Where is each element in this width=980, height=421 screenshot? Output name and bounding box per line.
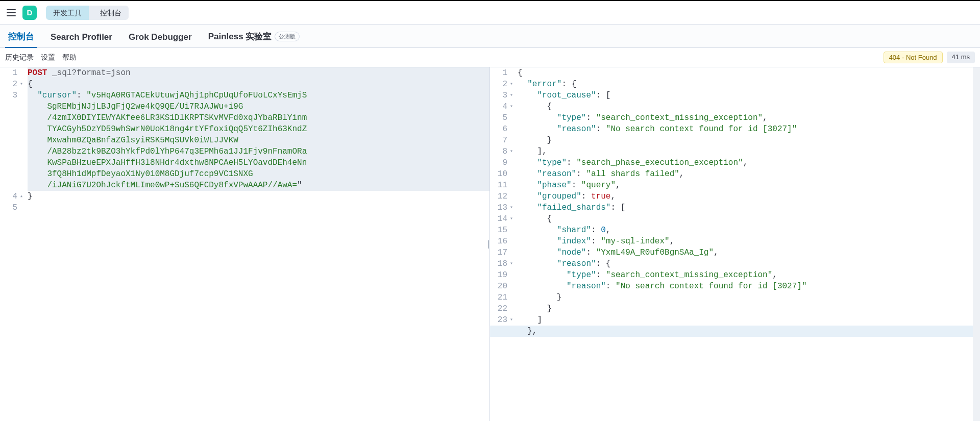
console-toolbar: 历史记录 设置 帮助 404 - Not Found 41 ms <box>0 48 980 67</box>
breadcrumb: 开发工具 控制台 <box>46 6 129 20</box>
console-workspace: 1 2 3 4 5 POST _sql?format=json { "curso… <box>0 67 980 421</box>
scrollbar-thumb[interactable] <box>973 68 979 114</box>
breadcrumb-item-devtools[interactable]: 开发工具 <box>46 6 89 20</box>
space-avatar[interactable]: D <box>22 6 37 20</box>
cursor-value-l1: "v5HqA0RGTACEkUtuwjAQhj1phCpUqUfoFUoLCxY… <box>86 91 307 100</box>
response-gutter: 123456789101112131415161718192021222324 <box>490 67 513 421</box>
breadcrumb-item-console[interactable]: 控制台 <box>89 6 129 20</box>
tab-search-profiler[interactable]: Search Profiler <box>47 27 115 47</box>
top-bar: D 开发工具 控制台 <box>0 0 980 24</box>
tab-grok-debugger[interactable]: Grok Debugger <box>126 27 195 47</box>
response-code[interactable]: { "error": { "root_cause": [ { "type": "… <box>513 67 980 337</box>
tab-console[interactable]: 控制台 <box>5 26 37 47</box>
toolbar-history-link[interactable]: 历史记录 <box>5 53 34 62</box>
request-code[interactable]: POST _sql?format=json { "cursor": "v5HqA… <box>23 67 489 213</box>
devtools-tabs: 控制台 Search Profiler Grok Debugger Painle… <box>0 24 980 48</box>
request-gutter: 1 2 3 4 5 <box>0 67 23 421</box>
timing-badge: 41 ms <box>947 52 975 63</box>
space-avatar-letter: D <box>27 8 33 17</box>
request-editor[interactable]: 1 2 3 4 5 POST _sql?format=json { "curso… <box>0 67 490 421</box>
http-path: _sql?format=json <box>52 68 131 78</box>
http-method: POST <box>28 68 47 78</box>
tab-painless-lab[interactable]: Painless 实验室公测版 <box>205 26 303 47</box>
toolbar-help-link[interactable]: 帮助 <box>62 53 77 62</box>
hamburger-menu-icon[interactable] <box>6 8 16 18</box>
response-viewer[interactable]: 123456789101112131415161718192021222324 … <box>490 67 980 421</box>
beta-badge: 公测版 <box>275 32 300 41</box>
status-badge: 404 - Not Found <box>884 52 943 63</box>
toolbar-settings-link[interactable]: 设置 <box>41 53 55 62</box>
